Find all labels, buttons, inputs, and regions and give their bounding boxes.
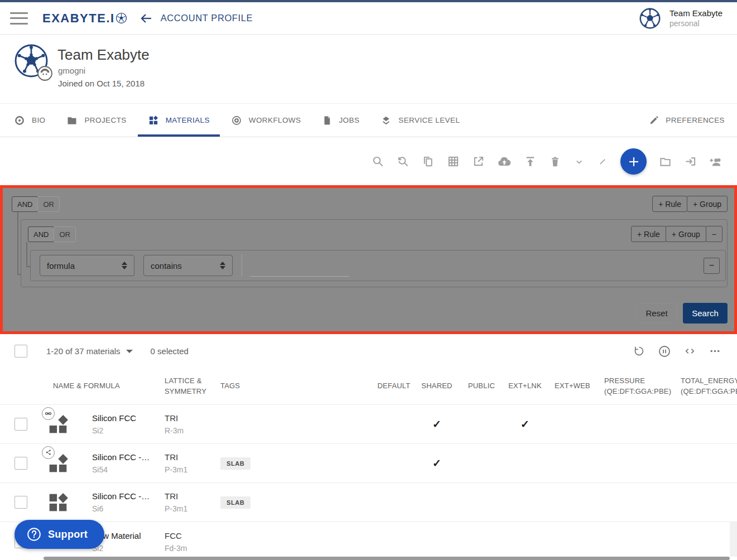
bio-icon bbox=[14, 115, 25, 126]
materials-toolbar bbox=[0, 138, 737, 185]
pagination-summary[interactable]: 1-20 of 37 materials bbox=[46, 346, 133, 356]
rule-operator-select[interactable]: contains bbox=[143, 255, 233, 276]
col-public[interactable]: PUBLIC bbox=[460, 381, 503, 392]
more-horiz-icon[interactable] bbox=[709, 345, 721, 358]
inner-and-button[interactable]: AND bbox=[28, 226, 54, 242]
tab-projects[interactable]: PROJECTS bbox=[66, 104, 126, 137]
select-arrows-icon bbox=[122, 262, 127, 269]
lattice-type: TRI bbox=[165, 413, 206, 423]
outer-add-rule-button[interactable]: + Rule bbox=[652, 196, 687, 212]
outer-add-group-button[interactable]: + Group bbox=[687, 196, 728, 212]
tag-chip: SLAB bbox=[220, 496, 251, 509]
tab-materials[interactable]: MATERIALS bbox=[148, 104, 210, 137]
support-button[interactable]: Support bbox=[15, 520, 104, 549]
tab-service-level[interactable]: SERVICE LEVEL bbox=[380, 104, 460, 137]
material-name[interactable]: Silicon FCC bbox=[92, 413, 151, 423]
table-header-row: NAME & FORMULA LATTICE & SYMMETRY TAGS D… bbox=[0, 368, 737, 405]
add-material-button[interactable] bbox=[620, 148, 647, 175]
exabyte-logo[interactable]: EXABYTE.I bbox=[42, 11, 127, 26]
folder-icon[interactable] bbox=[659, 155, 672, 168]
menu-icon[interactable] bbox=[10, 12, 28, 25]
back-arrow-icon[interactable] bbox=[139, 12, 153, 25]
selected-count: 0 selected bbox=[151, 346, 189, 356]
query-builder-actions: Reset Search bbox=[636, 303, 728, 324]
col-name-formula[interactable]: NAME & FORMULA bbox=[36, 381, 151, 392]
outer-or-button[interactable]: OR bbox=[37, 196, 60, 212]
tab-materials-label: MATERIALS bbox=[166, 116, 210, 124]
table-row[interactable]: Silicon FCC -…Si54 TRIP-3m1 SLAB ✓ bbox=[0, 444, 737, 483]
row-checkbox[interactable] bbox=[15, 418, 27, 431]
select-all-checkbox[interactable] bbox=[15, 345, 27, 358]
inner-group-actions: + Rule + Group − bbox=[631, 226, 722, 242]
row-checkbox[interactable] bbox=[15, 496, 27, 509]
caret-down-icon bbox=[126, 350, 133, 353]
chevron-down-icon[interactable] bbox=[574, 156, 585, 167]
table-row[interactable]: New MaterialSi2 FCCFd-3m bbox=[0, 522, 737, 560]
code-icon[interactable] bbox=[683, 345, 696, 358]
help-icon bbox=[27, 527, 41, 542]
table-row[interactable]: Silicon FCC -…Si6 TRIP-3m1 SLAB bbox=[0, 483, 737, 522]
chevron-up-icon[interactable] bbox=[597, 156, 608, 167]
profile-avatar bbox=[13, 43, 49, 79]
remove-rule-button[interactable]: − bbox=[704, 258, 720, 274]
row-checkbox[interactable] bbox=[15, 457, 27, 470]
tab-preferences[interactable]: PREFERENCES bbox=[649, 104, 725, 137]
lattice-type: TRI bbox=[165, 491, 206, 501]
cloud-upload-icon[interactable] bbox=[497, 155, 512, 169]
copy-icon[interactable] bbox=[422, 155, 435, 168]
user-face-badge-icon bbox=[37, 66, 52, 81]
col-ext-lnk[interactable]: EXT+LNK bbox=[503, 381, 547, 392]
grid-icon[interactable] bbox=[447, 155, 460, 168]
search-again-icon[interactable] bbox=[397, 155, 410, 168]
refresh-icon[interactable] bbox=[633, 345, 646, 358]
nested-rule-group: AND OR + Rule + Group − formula contains bbox=[21, 219, 728, 287]
col-default[interactable]: DEFAULT bbox=[374, 381, 414, 392]
rule-value-input[interactable] bbox=[250, 262, 349, 277]
open-in-new-icon[interactable] bbox=[472, 155, 485, 168]
col-pressure[interactable]: PRESSURE (QE:DFT:GGA:PBE) bbox=[598, 376, 675, 397]
add-group-icon[interactable] bbox=[709, 155, 724, 168]
top-header: EXABYTE.I ACCOUNT PROFILE Team Exabyte p… bbox=[0, 2, 737, 35]
col-tags[interactable]: TAGS bbox=[206, 381, 374, 392]
remove-group-button[interactable]: − bbox=[706, 226, 722, 242]
profile-username: gmogni bbox=[58, 66, 85, 75]
search-icon[interactable] bbox=[372, 155, 384, 168]
material-name[interactable]: Silicon FCC -… bbox=[92, 491, 151, 501]
material-formula: Si54 bbox=[92, 465, 151, 474]
inner-or-button[interactable]: OR bbox=[54, 226, 76, 242]
pause-circle-icon[interactable] bbox=[658, 345, 671, 358]
tab-workflows[interactable]: WORKFLOWS bbox=[231, 104, 301, 137]
ext-lnk-mark: ✓ bbox=[503, 418, 547, 431]
col-shared[interactable]: SHARED bbox=[414, 381, 460, 392]
search-button[interactable]: Search bbox=[683, 303, 728, 324]
rule-field-select[interactable]: formula bbox=[40, 255, 134, 276]
tab-jobs[interactable]: JOBS bbox=[322, 104, 359, 137]
rule-value-wrap bbox=[242, 254, 349, 277]
material-tiles-icon bbox=[45, 490, 71, 515]
col-total-energy[interactable]: TOTAL_ENERGY (QE:DFT:GGA:PBE) bbox=[675, 376, 737, 397]
materials-tiles-icon bbox=[148, 115, 159, 126]
select-arrows-icon bbox=[220, 262, 225, 269]
delete-icon[interactable] bbox=[549, 156, 561, 168]
inner-and-or-toggle: AND OR bbox=[28, 226, 76, 242]
plus-icon bbox=[627, 155, 640, 168]
profile-name: Team Exabyte bbox=[57, 46, 150, 64]
inner-add-group-button[interactable]: + Group bbox=[666, 226, 706, 242]
logo-text: EXABYTE.I bbox=[42, 11, 115, 26]
table-row[interactable]: Silicon FCCSi2 TRIR-3m ✓ ✓ bbox=[0, 405, 737, 444]
query-builder-panel: AND OR + Rule + Group AND OR + Rule + Gr… bbox=[0, 185, 737, 334]
inner-add-rule-button[interactable]: + Rule bbox=[631, 226, 666, 242]
outer-group-actions: + Rule + Group bbox=[652, 196, 728, 212]
vertical-scrollbar-track[interactable] bbox=[730, 522, 737, 557]
tab-bio[interactable]: BIO bbox=[14, 104, 45, 137]
material-name[interactable]: Silicon FCC -… bbox=[92, 452, 151, 462]
material-formula: Si2 bbox=[92, 544, 151, 553]
outer-and-button[interactable]: AND bbox=[12, 196, 38, 212]
import-icon[interactable] bbox=[684, 155, 697, 168]
upload-icon[interactable] bbox=[524, 155, 537, 168]
horizontal-scrollbar[interactable] bbox=[44, 557, 730, 560]
reset-button[interactable]: Reset bbox=[636, 303, 677, 324]
account-chip[interactable]: Team Exabyte personal bbox=[638, 7, 722, 30]
col-ext-web[interactable]: EXT+WEB bbox=[547, 381, 598, 392]
col-lattice-symmetry[interactable]: LATTICE & SYMMETRY bbox=[151, 376, 206, 397]
